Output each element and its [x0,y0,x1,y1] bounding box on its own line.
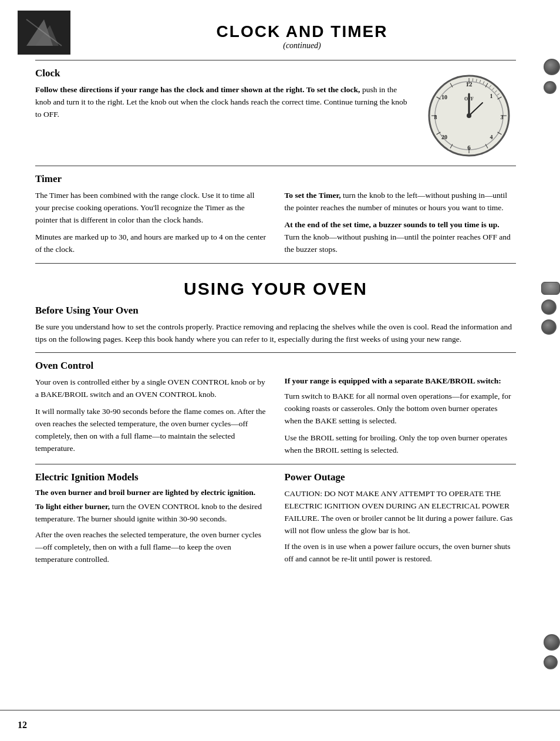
clock-body: Follow these directions if your range ha… [35,84,410,121]
before-oven-body: Be sure you understand how to set the co… [35,321,516,346]
clock-text: Clock Follow these directions if your ra… [35,68,422,121]
svg-text:8: 8 [434,114,437,120]
power-p1: CAUTION: DO NOT MAKE ANY ATTEMPT TO OPER… [285,488,517,537]
timer-heading: Timer [35,173,516,185]
power-p2: If the oven is in use when a power failu… [285,541,517,565]
before-oven-section: Before Using Your Oven Be sure you under… [35,305,516,346]
knob-bot-2 [544,655,558,669]
oven-header: USING YOUR OVEN [18,271,534,305]
knob-1 [544,59,560,75]
electric-heading: Electric Ignition Models [35,471,267,483]
oven-control-left: Your oven is controlled either by a sing… [35,376,267,457]
page-header: CLOCK AND TIMER (continued) [70,12,534,53]
before-oven-heading: Before Using Your Oven [35,305,516,316]
right-knobs-mid [541,282,560,335]
right-knobs-bot [544,634,560,669]
oven-control-p1: Your oven is controlled either by a sing… [35,376,267,401]
clock-dial: 12 1 3 4 6 20 8 10 OFF [427,73,512,159]
logo [18,11,70,55]
oven-title: USING YOUR OVEN [18,279,534,299]
knob-2 [544,81,556,94]
oven-control-right: If your range is equipped with a separat… [285,376,517,457]
svg-text:1: 1 [490,93,492,99]
svg-text:20: 20 [441,134,447,140]
power-outage-section: Power Outage CAUTION: DO NOT MAKE ANY AT… [285,471,517,570]
divider-4 [35,352,516,353]
timer-left-col: The Timer has been combined with the ran… [35,190,267,256]
oven-control-heading: Oven Control [35,360,516,372]
divider-5 [35,464,516,464]
timer-section: Timer The Timer has been combined with t… [35,173,516,256]
page: CLOCK AND TIMER (continued) Clock Follow… [0,0,560,741]
page-subtitle: (continued) [70,41,534,50]
timer-right-p2: At the end of the set time, a buzzer sou… [285,219,517,256]
right-knobs-top [544,59,560,94]
power-heading: Power Outage [285,471,517,483]
clock-heading: Clock [35,68,410,79]
oven-control-section: Oven Control Your oven is controlled eit… [35,360,516,457]
svg-text:10: 10 [441,94,447,100]
bottom-sections: Electric Ignition Models The oven burner… [35,471,516,570]
timer-left-p1: The Timer has been combined with the ran… [35,190,267,227]
svg-line-18 [473,78,473,81]
knob-mid-3 [541,319,556,335]
bake-broil-p1: Turn switch to BAKE for all normal oven … [285,390,517,427]
page-number: 12 [18,720,27,730]
svg-text:3: 3 [500,114,503,120]
clock-section: Clock Follow these directions if your ra… [35,68,516,159]
svg-text:4: 4 [490,134,492,140]
bake-broil-p2: Use the BROIL setting for broiling. Only… [285,432,517,457]
knob-mid-2 [541,299,556,315]
divider-2 [35,166,516,166]
knob-bot-1 [544,634,560,651]
electric-ignition-section: Electric Ignition Models The oven burner… [35,471,267,570]
svg-text:12: 12 [465,80,473,87]
electric-p1: To light either burner, turn the OVEN CO… [35,501,267,526]
svg-text:6: 6 [467,144,471,151]
electric-p2: After the oven reaches the selected temp… [35,529,267,566]
bake-broil-heading: If your range is equipped with a separat… [285,376,517,386]
divider-3 [35,263,516,264]
bottom-divider [0,710,560,710]
svg-point-37 [467,113,471,118]
electric-subheading: The oven burner and broil burner are lig… [35,488,267,497]
knob-mid-1 [541,282,560,295]
page-title: CLOCK AND TIMER [70,22,534,41]
timer-right-p1: To set the Timer, turn the knob to the l… [285,190,517,214]
timer-right-col: To set the Timer, turn the knob to the l… [285,190,517,256]
timer-left-p2: Minutes are marked up to 30, and hours a… [35,231,267,256]
oven-control-p2: It will normally take 30-90 seconds befo… [35,406,267,455]
divider-1 [35,60,516,60]
clock-dial-container: 12 1 3 4 6 20 8 10 OFF [422,73,516,159]
